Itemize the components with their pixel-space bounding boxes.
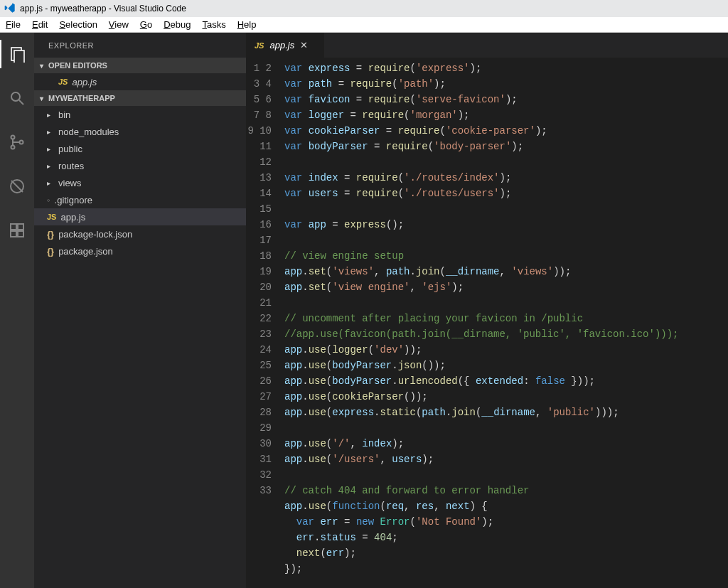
json-file-icon: {}: [47, 229, 54, 240]
tree-item-label: package-lock.json: [58, 229, 132, 240]
menu-selection[interactable]: Selection: [53, 18, 102, 31]
workbench: EXPLORER ▾ OPEN EDITORS JSapp.js ▾ MYWEA…: [0, 33, 728, 588]
folder-node_modules[interactable]: ▸node_modules: [34, 123, 246, 140]
tree-item-label: package.json: [58, 246, 113, 257]
project-label: MYWEATHERAPP: [48, 94, 115, 102]
folder-public[interactable]: ▸public: [34, 140, 246, 157]
tree-item-label: bin: [58, 109, 70, 120]
folder-routes[interactable]: ▸routes: [34, 157, 246, 174]
activity-git-icon[interactable]: [0, 128, 34, 156]
chevron-right-icon: ▸: [47, 162, 54, 170]
titlebar: app.js - myweatherapp - Visual Studio Co…: [0, 0, 728, 17]
svg-line-8: [11, 181, 23, 192]
tree-item-label: routes: [58, 161, 84, 171]
chevron-down-icon: ▾: [37, 95, 46, 102]
file-app-js[interactable]: JSapp.js: [34, 208, 246, 225]
chevron-right-icon: ▸: [47, 128, 54, 136]
menu-edit[interactable]: Edit: [26, 18, 53, 31]
tree-item-label: public: [58, 144, 82, 154]
tab-bar: JS app.js ✕: [246, 33, 728, 58]
tree-item-label: node_modules: [58, 127, 119, 137]
js-file-icon: JS: [255, 41, 264, 50]
json-file-icon: {}: [47, 246, 54, 257]
editor-tab-appjs[interactable]: JS app.js ✕: [246, 33, 324, 58]
svg-rect-1: [14, 50, 24, 63]
activity-bar: [0, 33, 34, 588]
svg-point-4: [11, 136, 15, 139]
menu-help[interactable]: Help: [232, 18, 262, 31]
file-name: app.js: [72, 77, 97, 87]
chevron-right-icon: ▸: [47, 111, 54, 119]
activity-explorer-icon[interactable]: [0, 40, 34, 68]
sidebar: EXPLORER ▾ OPEN EDITORS JSapp.js ▾ MYWEA…: [34, 33, 246, 588]
menubar: FileEditSelectionViewGoDebugTasksHelp: [0, 17, 728, 33]
sidebar-title: EXPLORER: [34, 33, 246, 58]
vscode-logo-icon: [4, 2, 16, 16]
window-title: app.js - myweatherapp - Visual Studio Co…: [20, 4, 186, 14]
open-editors-header[interactable]: ▾ OPEN EDITORS: [34, 58, 246, 73]
svg-point-6: [20, 141, 23, 144]
editor-area: JS app.js ✕ 1 2 3 4 5 6 7 8 9 10 11 12 1…: [246, 33, 728, 588]
tree-item-label: views: [58, 178, 82, 188]
close-icon[interactable]: ✕: [300, 40, 308, 50]
folder-bin[interactable]: ▸bin: [34, 106, 246, 123]
activity-debug-icon[interactable]: [0, 172, 34, 201]
svg-rect-9: [11, 224, 16, 230]
folder-views[interactable]: ▸views: [34, 174, 246, 191]
menu-go[interactable]: Go: [134, 18, 158, 31]
file-tree: ▸bin▸node_modules▸public▸routes▸views◦.g…: [34, 106, 246, 260]
activity-extensions-icon[interactable]: [0, 216, 34, 245]
project-header[interactable]: ▾ MYWEATHERAPP: [34, 90, 246, 106]
open-editors-list: JSapp.js: [34, 73, 246, 90]
svg-line-3: [19, 100, 23, 105]
menu-view[interactable]: View: [103, 18, 134, 31]
file-package-json[interactable]: {}package.json: [34, 242, 246, 260]
tree-item-label: app.js: [60, 212, 85, 223]
tab-label: app.js: [269, 40, 294, 50]
file--gitignore[interactable]: ◦.gitignore: [34, 191, 246, 208]
svg-point-2: [11, 92, 20, 101]
chevron-down-icon: ▾: [37, 62, 46, 70]
code-content[interactable]: var express = require('express'); var pa…: [284, 58, 728, 588]
svg-point-5: [11, 146, 15, 149]
open-editor-item[interactable]: JSapp.js: [34, 73, 246, 90]
activity-search-icon[interactable]: [0, 84, 34, 112]
line-number-gutter: 1 2 3 4 5 6 7 8 9 10 11 12 13 14 15 16 1…: [246, 58, 284, 588]
svg-rect-12: [18, 231, 23, 237]
svg-rect-10: [18, 224, 23, 230]
js-file-icon: JS: [47, 213, 56, 221]
js-file-icon: JS: [58, 77, 68, 86]
menu-tasks[interactable]: Tasks: [196, 18, 231, 31]
gitignore-file-icon: ◦: [47, 195, 50, 205]
chevron-right-icon: ▸: [47, 179, 54, 187]
svg-rect-11: [11, 231, 16, 237]
tree-item-label: .gitignore: [55, 195, 92, 205]
editor-body[interactable]: 1 2 3 4 5 6 7 8 9 10 11 12 13 14 15 16 1…: [246, 58, 728, 588]
file-package-lock-json[interactable]: {}package-lock.json: [34, 225, 246, 242]
menu-file[interactable]: File: [0, 18, 26, 31]
open-editors-label: OPEN EDITORS: [48, 61, 107, 70]
chevron-right-icon: ▸: [47, 145, 54, 153]
menu-debug[interactable]: Debug: [158, 18, 196, 31]
